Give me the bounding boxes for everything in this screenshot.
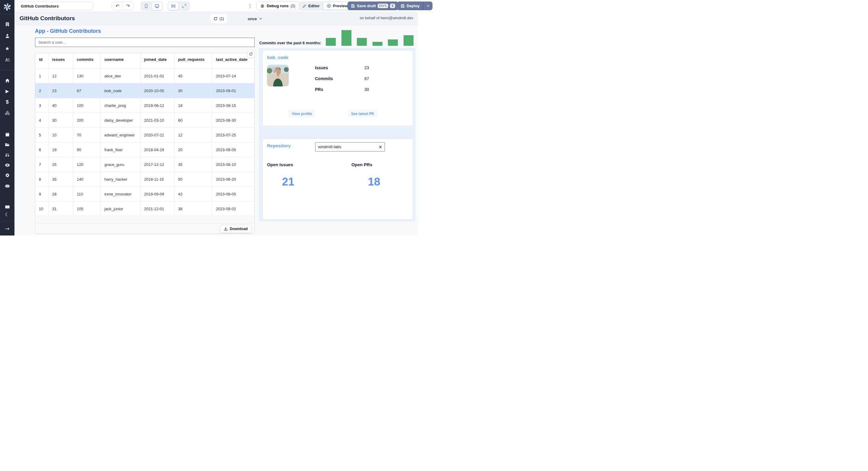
stat-label-prs: PRs bbox=[315, 87, 351, 92]
workspace-building-icon[interactable] bbox=[0, 20, 14, 28]
schedules-calendar-icon[interactable] bbox=[0, 130, 14, 138]
windmill-logo-icon[interactable] bbox=[0, 3, 14, 11]
column-header-commits[interactable]: commits bbox=[73, 53, 101, 68]
desktop-view-button[interactable] bbox=[152, 2, 162, 10]
page-title: GitHub Contributors bbox=[20, 15, 75, 22]
table-cell: 2023-07-25 bbox=[212, 128, 254, 142]
save-draft-button[interactable]: Save draft Ctrl S bbox=[347, 1, 398, 10]
stat-value-issues: 23 bbox=[364, 65, 382, 70]
table-cell: bob_code bbox=[101, 83, 141, 98]
commit-bar bbox=[341, 30, 351, 46]
repository-input-wrap: × bbox=[315, 142, 385, 152]
table-cell: 2023-09-05 bbox=[212, 142, 254, 157]
open-issues-label: Open Issues bbox=[267, 162, 293, 167]
undo-button[interactable]: ↶ bbox=[112, 2, 123, 10]
table-cell: grace_guru bbox=[101, 157, 141, 172]
preview-eye-icon bbox=[327, 4, 331, 8]
download-button[interactable]: Download bbox=[220, 225, 251, 233]
column-header-id[interactable]: id bbox=[35, 53, 49, 68]
table-refresh-button[interactable] bbox=[247, 50, 255, 58]
table-row[interactable]: 51070edward_engineer2020-07-21122023-07-… bbox=[35, 127, 254, 142]
commits-chart-label: Commits over the past 6 months: bbox=[259, 41, 321, 45]
fullscreen-layout-button[interactable] bbox=[179, 2, 189, 10]
on-behalf-text: on behalf of henri@windmill.dev bbox=[360, 16, 413, 20]
stat-value-commits: 87 bbox=[364, 76, 382, 81]
groups-icon[interactable] bbox=[0, 56, 14, 64]
column-header-pull_requests[interactable]: pull_requests bbox=[175, 53, 213, 68]
home-icon[interactable] bbox=[0, 76, 14, 84]
repository-heading: Repository bbox=[267, 143, 290, 148]
deploy-button[interactable]: Deploy bbox=[397, 1, 423, 10]
app-header-bar: GitHub Contributors (1) once on behalf o… bbox=[14, 12, 418, 25]
table-cell: 90 bbox=[73, 142, 101, 157]
docs-book-icon[interactable] bbox=[0, 203, 14, 211]
table-cell: 2019-09-09 bbox=[141, 187, 175, 201]
table-cell: 30 bbox=[49, 113, 73, 127]
resources-cubes-icon[interactable] bbox=[0, 109, 14, 117]
table-row[interactable]: 112130alice_dev2021-01-02452023-07-14 bbox=[35, 68, 254, 83]
table-row[interactable]: 430200daisy_developer2021-03-10602023-08… bbox=[35, 113, 254, 127]
table-cell: 35 bbox=[49, 172, 73, 187]
table-row[interactable]: 61990frank_fixer2018-04-19202023-09-05 bbox=[35, 142, 254, 157]
table-cell: 5 bbox=[35, 128, 49, 142]
table-cell: 2019-06-12 bbox=[141, 98, 175, 113]
table-cell: alice_dev bbox=[101, 69, 141, 83]
table-row[interactable]: 835140harry_hacker2018-11-15502023-06-20 bbox=[35, 172, 254, 187]
table-cell: 2017-12-12 bbox=[141, 157, 175, 172]
table-cell: 2020-10-05 bbox=[141, 83, 175, 98]
table-cell: 12 bbox=[175, 128, 213, 142]
table-cell: 2023-09-02 bbox=[212, 201, 254, 216]
table-row[interactable]: 22387bob_code2020-10-05302023-09-01 bbox=[35, 83, 254, 98]
table-cell: 100 bbox=[73, 98, 101, 113]
table-row[interactable]: 1031105jack_junior2021-12-01382023-09-02 bbox=[35, 201, 254, 216]
table-cell: 20 bbox=[175, 142, 213, 157]
layout-toggle-group bbox=[167, 1, 190, 11]
table-row[interactable]: 725120grace_guru2017-12-12352023-08-10 bbox=[35, 157, 254, 172]
schedule-dropdown[interactable]: once bbox=[248, 14, 262, 23]
open-prs-label: Open PRs bbox=[351, 162, 372, 167]
column-header-issues[interactable]: issues bbox=[49, 53, 73, 68]
more-options-kebab-icon[interactable]: ⋮ bbox=[248, 3, 253, 9]
stat-label-commits: Commits bbox=[315, 76, 351, 81]
preview-tab[interactable]: Preview bbox=[323, 2, 351, 10]
collapse-arrow-icon[interactable]: → bbox=[0, 225, 14, 233]
repository-input[interactable] bbox=[315, 144, 376, 149]
clear-input-icon[interactable]: × bbox=[376, 144, 384, 150]
favorites-star-icon[interactable]: ★ bbox=[0, 44, 14, 53]
mobile-view-button[interactable] bbox=[141, 2, 151, 10]
runs-play-icon[interactable]: ▶ bbox=[0, 87, 14, 95]
debug-runs-button[interactable]: Debug runs (2) bbox=[256, 1, 299, 10]
commit-bar bbox=[357, 38, 367, 46]
table-cell: 2 bbox=[35, 83, 49, 98]
workers-robot-icon[interactable] bbox=[0, 182, 14, 190]
deploy-dropdown-chevron-icon[interactable] bbox=[424, 1, 433, 10]
app-refresh-button[interactable]: (1) bbox=[210, 14, 227, 23]
audit-eye-icon[interactable] bbox=[0, 161, 14, 169]
table-row[interactable]: 928110irene_innovator2019-09-09422023-08… bbox=[35, 187, 254, 201]
see-latest-pr-button[interactable]: See latest PR bbox=[347, 110, 378, 118]
profile-username: bob_code bbox=[267, 55, 288, 60]
column-header-joined_date[interactable]: joined_date bbox=[141, 53, 175, 68]
dark-mode-moon-icon[interactable]: ☾ bbox=[0, 210, 14, 218]
view-profile-button[interactable]: View profile bbox=[288, 110, 315, 118]
table-cell: 2023-06-20 bbox=[212, 172, 254, 187]
user-icon[interactable] bbox=[0, 32, 14, 40]
editor-tab[interactable]: Editor bbox=[299, 2, 323, 10]
groups-settings-icon[interactable] bbox=[0, 151, 14, 159]
table-cell: 120 bbox=[73, 157, 101, 172]
column-header-username[interactable]: username bbox=[101, 53, 141, 68]
table-cell: 38 bbox=[175, 201, 213, 216]
table-cell: 110 bbox=[73, 187, 101, 201]
centered-layout-button[interactable] bbox=[168, 2, 179, 10]
folders-icon[interactable] bbox=[0, 141, 14, 148]
table-cell: 87 bbox=[73, 83, 101, 98]
table-row[interactable]: 340100charlie_prog2019-06-12182023-08-15 bbox=[35, 98, 254, 113]
search-input[interactable] bbox=[35, 38, 255, 47]
redo-button[interactable]: ↷ bbox=[123, 2, 133, 10]
settings-gear-icon[interactable] bbox=[0, 171, 14, 179]
app-heading: App - GitHub Contributors bbox=[35, 28, 101, 34]
billing-dollar-icon[interactable]: $ bbox=[0, 98, 14, 106]
table-cell: 10 bbox=[35, 201, 49, 216]
table-cell: 2018-04-19 bbox=[141, 142, 175, 157]
app-title-input[interactable] bbox=[18, 2, 93, 10]
